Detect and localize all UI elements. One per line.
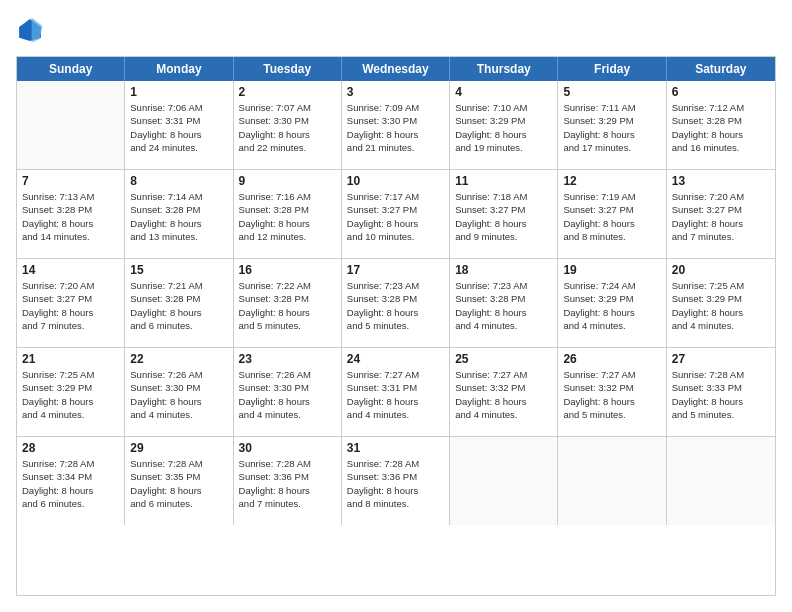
day-number: 10 (347, 174, 444, 188)
calendar-cell: 11Sunrise: 7:18 AM Sunset: 3:27 PM Dayli… (450, 170, 558, 258)
day-number: 2 (239, 85, 336, 99)
calendar-row: 7Sunrise: 7:13 AM Sunset: 3:28 PM Daylig… (17, 170, 775, 259)
day-number: 5 (563, 85, 660, 99)
svg-marker-1 (32, 18, 43, 43)
day-number: 28 (22, 441, 119, 455)
day-number: 17 (347, 263, 444, 277)
calendar-row: 21Sunrise: 7:25 AM Sunset: 3:29 PM Dayli… (17, 348, 775, 437)
day-info: Sunrise: 7:25 AM Sunset: 3:29 PM Dayligh… (22, 368, 119, 421)
day-number: 13 (672, 174, 770, 188)
calendar-cell: 27Sunrise: 7:28 AM Sunset: 3:33 PM Dayli… (667, 348, 775, 436)
calendar-cell: 17Sunrise: 7:23 AM Sunset: 3:28 PM Dayli… (342, 259, 450, 347)
calendar-cell: 28Sunrise: 7:28 AM Sunset: 3:34 PM Dayli… (17, 437, 125, 525)
day-number: 31 (347, 441, 444, 455)
day-number: 4 (455, 85, 552, 99)
calendar-header: SundayMondayTuesdayWednesdayThursdayFrid… (17, 57, 775, 81)
day-info: Sunrise: 7:28 AM Sunset: 3:33 PM Dayligh… (672, 368, 770, 421)
day-info: Sunrise: 7:13 AM Sunset: 3:28 PM Dayligh… (22, 190, 119, 243)
calendar-row: 1Sunrise: 7:06 AM Sunset: 3:31 PM Daylig… (17, 81, 775, 170)
day-info: Sunrise: 7:27 AM Sunset: 3:32 PM Dayligh… (455, 368, 552, 421)
day-info: Sunrise: 7:10 AM Sunset: 3:29 PM Dayligh… (455, 101, 552, 154)
day-info: Sunrise: 7:28 AM Sunset: 3:35 PM Dayligh… (130, 457, 227, 510)
day-info: Sunrise: 7:28 AM Sunset: 3:34 PM Dayligh… (22, 457, 119, 510)
day-info: Sunrise: 7:23 AM Sunset: 3:28 PM Dayligh… (347, 279, 444, 332)
calendar-cell: 3Sunrise: 7:09 AM Sunset: 3:30 PM Daylig… (342, 81, 450, 169)
day-info: Sunrise: 7:06 AM Sunset: 3:31 PM Dayligh… (130, 101, 227, 154)
day-info: Sunrise: 7:11 AM Sunset: 3:29 PM Dayligh… (563, 101, 660, 154)
day-number: 24 (347, 352, 444, 366)
day-info: Sunrise: 7:27 AM Sunset: 3:31 PM Dayligh… (347, 368, 444, 421)
header-cell-friday: Friday (558, 57, 666, 81)
calendar-body: 1Sunrise: 7:06 AM Sunset: 3:31 PM Daylig… (17, 81, 775, 525)
calendar-cell: 2Sunrise: 7:07 AM Sunset: 3:30 PM Daylig… (234, 81, 342, 169)
day-info: Sunrise: 7:07 AM Sunset: 3:30 PM Dayligh… (239, 101, 336, 154)
calendar-cell (17, 81, 125, 169)
calendar-cell (450, 437, 558, 525)
calendar-cell (667, 437, 775, 525)
day-number: 19 (563, 263, 660, 277)
calendar-cell: 4Sunrise: 7:10 AM Sunset: 3:29 PM Daylig… (450, 81, 558, 169)
header (16, 16, 776, 44)
day-info: Sunrise: 7:28 AM Sunset: 3:36 PM Dayligh… (347, 457, 444, 510)
day-info: Sunrise: 7:22 AM Sunset: 3:28 PM Dayligh… (239, 279, 336, 332)
day-number: 12 (563, 174, 660, 188)
day-number: 16 (239, 263, 336, 277)
day-info: Sunrise: 7:20 AM Sunset: 3:27 PM Dayligh… (22, 279, 119, 332)
day-info: Sunrise: 7:19 AM Sunset: 3:27 PM Dayligh… (563, 190, 660, 243)
day-info: Sunrise: 7:20 AM Sunset: 3:27 PM Dayligh… (672, 190, 770, 243)
day-number: 26 (563, 352, 660, 366)
calendar-cell: 10Sunrise: 7:17 AM Sunset: 3:27 PM Dayli… (342, 170, 450, 258)
day-number: 7 (22, 174, 119, 188)
logo (16, 16, 48, 44)
header-cell-saturday: Saturday (667, 57, 775, 81)
calendar-cell: 1Sunrise: 7:06 AM Sunset: 3:31 PM Daylig… (125, 81, 233, 169)
day-number: 22 (130, 352, 227, 366)
header-cell-sunday: Sunday (17, 57, 125, 81)
day-info: Sunrise: 7:16 AM Sunset: 3:28 PM Dayligh… (239, 190, 336, 243)
day-number: 9 (239, 174, 336, 188)
day-info: Sunrise: 7:25 AM Sunset: 3:29 PM Dayligh… (672, 279, 770, 332)
calendar-cell: 20Sunrise: 7:25 AM Sunset: 3:29 PM Dayli… (667, 259, 775, 347)
calendar-cell: 15Sunrise: 7:21 AM Sunset: 3:28 PM Dayli… (125, 259, 233, 347)
header-cell-wednesday: Wednesday (342, 57, 450, 81)
calendar-cell: 7Sunrise: 7:13 AM Sunset: 3:28 PM Daylig… (17, 170, 125, 258)
calendar-cell: 29Sunrise: 7:28 AM Sunset: 3:35 PM Dayli… (125, 437, 233, 525)
day-number: 23 (239, 352, 336, 366)
calendar-cell: 18Sunrise: 7:23 AM Sunset: 3:28 PM Dayli… (450, 259, 558, 347)
day-info: Sunrise: 7:21 AM Sunset: 3:28 PM Dayligh… (130, 279, 227, 332)
calendar-cell: 19Sunrise: 7:24 AM Sunset: 3:29 PM Dayli… (558, 259, 666, 347)
calendar-cell: 23Sunrise: 7:26 AM Sunset: 3:30 PM Dayli… (234, 348, 342, 436)
day-info: Sunrise: 7:12 AM Sunset: 3:28 PM Dayligh… (672, 101, 770, 154)
calendar-cell: 22Sunrise: 7:26 AM Sunset: 3:30 PM Dayli… (125, 348, 233, 436)
day-info: Sunrise: 7:23 AM Sunset: 3:28 PM Dayligh… (455, 279, 552, 332)
calendar-cell: 24Sunrise: 7:27 AM Sunset: 3:31 PM Dayli… (342, 348, 450, 436)
calendar-cell: 25Sunrise: 7:27 AM Sunset: 3:32 PM Dayli… (450, 348, 558, 436)
header-cell-thursday: Thursday (450, 57, 558, 81)
calendar-cell: 9Sunrise: 7:16 AM Sunset: 3:28 PM Daylig… (234, 170, 342, 258)
day-number: 27 (672, 352, 770, 366)
calendar-cell: 16Sunrise: 7:22 AM Sunset: 3:28 PM Dayli… (234, 259, 342, 347)
calendar-cell (558, 437, 666, 525)
page: SundayMondayTuesdayWednesdayThursdayFrid… (0, 0, 792, 612)
day-number: 20 (672, 263, 770, 277)
day-number: 25 (455, 352, 552, 366)
day-number: 3 (347, 85, 444, 99)
day-info: Sunrise: 7:24 AM Sunset: 3:29 PM Dayligh… (563, 279, 660, 332)
day-number: 30 (239, 441, 336, 455)
calendar-cell: 13Sunrise: 7:20 AM Sunset: 3:27 PM Dayli… (667, 170, 775, 258)
calendar-cell: 5Sunrise: 7:11 AM Sunset: 3:29 PM Daylig… (558, 81, 666, 169)
day-number: 8 (130, 174, 227, 188)
day-number: 6 (672, 85, 770, 99)
calendar-cell: 30Sunrise: 7:28 AM Sunset: 3:36 PM Dayli… (234, 437, 342, 525)
header-cell-tuesday: Tuesday (234, 57, 342, 81)
calendar-cell: 26Sunrise: 7:27 AM Sunset: 3:32 PM Dayli… (558, 348, 666, 436)
day-number: 21 (22, 352, 119, 366)
calendar-cell: 21Sunrise: 7:25 AM Sunset: 3:29 PM Dayli… (17, 348, 125, 436)
day-number: 29 (130, 441, 227, 455)
calendar-row: 28Sunrise: 7:28 AM Sunset: 3:34 PM Dayli… (17, 437, 775, 525)
calendar-cell: 12Sunrise: 7:19 AM Sunset: 3:27 PM Dayli… (558, 170, 666, 258)
day-info: Sunrise: 7:26 AM Sunset: 3:30 PM Dayligh… (130, 368, 227, 421)
day-number: 15 (130, 263, 227, 277)
header-cell-monday: Monday (125, 57, 233, 81)
calendar-row: 14Sunrise: 7:20 AM Sunset: 3:27 PM Dayli… (17, 259, 775, 348)
